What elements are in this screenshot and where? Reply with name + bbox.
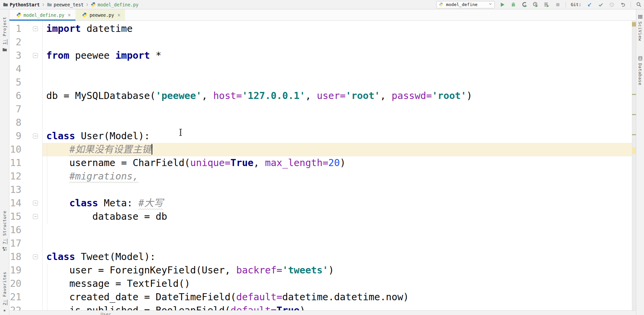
line-number[interactable]: 18 bbox=[9, 250, 21, 264]
project-folder-icon bbox=[2, 47, 7, 52]
code-line[interactable]: username = CharField(unique=True, max_le… bbox=[46, 156, 345, 170]
toolbar-divider bbox=[566, 2, 566, 8]
line-number[interactable]: 4 bbox=[9, 62, 21, 76]
code-token: #migrations, bbox=[69, 171, 139, 182]
line-number[interactable]: 1 bbox=[9, 22, 21, 36]
code-token: passwd= bbox=[392, 90, 432, 101]
line-number[interactable]: 9 bbox=[9, 129, 21, 143]
line-number[interactable]: 20 bbox=[9, 277, 21, 291]
code-token: default= bbox=[230, 305, 276, 310]
line-number[interactable]: 6 bbox=[9, 89, 21, 103]
code-token: import bbox=[46, 23, 81, 34]
line-number[interactable]: 3 bbox=[9, 49, 21, 62]
line-number[interactable]: 16 bbox=[9, 223, 21, 237]
breadcrumb-class[interactable]: User bbox=[101, 312, 111, 315]
code-token: , bbox=[202, 90, 213, 101]
code-line[interactable]: user = ForeignKeyField(User, backref='tw… bbox=[46, 264, 334, 277]
close-icon[interactable]: × bbox=[68, 12, 71, 18]
code-token: 'root' bbox=[345, 90, 380, 101]
line-number[interactable]: 13 bbox=[9, 183, 21, 197]
line-number[interactable]: 17 bbox=[9, 237, 21, 250]
fold-marker[interactable]: − bbox=[33, 254, 38, 259]
code-line[interactable]: from peewee import * bbox=[46, 49, 161, 62]
code-token bbox=[46, 198, 69, 209]
mouse-ibeam-cursor: I bbox=[179, 127, 182, 138]
right-toolwindow-stripe: SciView Database bbox=[636, 9, 644, 315]
code-line[interactable]: #migrations, bbox=[46, 170, 139, 183]
code-token: Tweet(Model): bbox=[75, 251, 156, 262]
rollback-button[interactable] bbox=[620, 1, 626, 8]
line-number[interactable]: 7 bbox=[9, 103, 21, 116]
close-icon[interactable]: × bbox=[117, 12, 120, 18]
code-token: , bbox=[380, 90, 391, 101]
git-update-button[interactable] bbox=[586, 1, 593, 8]
line-number[interactable]: 10 bbox=[9, 143, 21, 156]
python-file-icon bbox=[439, 2, 444, 7]
search-everywhere-icon[interactable] bbox=[635, 1, 642, 8]
tab-model-define[interactable]: model_define.py × bbox=[9, 9, 75, 20]
run-configuration-select[interactable]: model_define bbox=[436, 1, 495, 8]
fold-marker[interactable]: − bbox=[33, 214, 38, 219]
code-token bbox=[46, 171, 69, 182]
toolbar-right-controls: model_define bbox=[436, 1, 642, 8]
breadcrumb-item-project[interactable]: PythonStart bbox=[3, 2, 40, 7]
line-number[interactable]: 5 bbox=[9, 76, 21, 89]
code-line[interactable]: class Tweet(Model): bbox=[46, 250, 156, 264]
line-number[interactable]: 2 bbox=[9, 36, 21, 49]
fold-marker[interactable]: − bbox=[33, 134, 38, 139]
breadcrumb-item-file[interactable]: model_define.py bbox=[91, 2, 139, 7]
coverage-button[interactable] bbox=[521, 1, 528, 8]
fold-marker[interactable]: − bbox=[33, 53, 38, 58]
code-token: database = db bbox=[46, 211, 167, 222]
code-token bbox=[46, 144, 69, 155]
line-number[interactable]: 19 bbox=[9, 264, 21, 277]
code-line[interactable]: message = TextField() bbox=[46, 277, 190, 291]
code-line[interactable]: is_published = BooleanField(default=True… bbox=[46, 304, 305, 310]
sidebar-item-structure[interactable]: 7: Structure bbox=[0, 211, 9, 252]
code-token: import bbox=[115, 50, 150, 61]
code-token: User(Model): bbox=[75, 130, 150, 142]
fold-marker[interactable]: − bbox=[33, 201, 38, 206]
star-icon: ★ bbox=[3, 308, 6, 312]
code-token: ) bbox=[467, 90, 472, 101]
line-number[interactable]: 22 bbox=[9, 304, 21, 310]
sidebar-item-sciview[interactable]: SciView bbox=[636, 14, 644, 41]
line-number[interactable]: 11 bbox=[9, 156, 21, 170]
database-icon bbox=[638, 56, 643, 61]
breadcrumb-item-package[interactable]: peewee_test bbox=[47, 2, 84, 7]
code-line[interactable]: class User(Model): bbox=[46, 129, 150, 143]
code-line[interactable]: import datetime bbox=[46, 22, 132, 36]
sidebar-item-favorites[interactable]: 2: Favorites ★ bbox=[0, 272, 9, 312]
run-with-button[interactable] bbox=[543, 1, 550, 8]
run-button[interactable] bbox=[499, 1, 506, 8]
debug-button[interactable] bbox=[510, 1, 517, 8]
editor-scrollbar[interactable] bbox=[632, 21, 636, 310]
line-number[interactable]: 14 bbox=[9, 197, 21, 210]
sidebar-item-database[interactable]: Database bbox=[636, 56, 644, 86]
line-number[interactable]: 12 bbox=[9, 170, 21, 183]
line-number[interactable]: 15 bbox=[9, 210, 21, 223]
sidebar-item-project[interactable]: 1: Project bbox=[0, 17, 9, 52]
fold-marker[interactable]: − bbox=[33, 26, 38, 31]
code-line[interactable]: database = db bbox=[46, 210, 167, 223]
line-number[interactable]: 21 bbox=[9, 291, 21, 304]
profile-button[interactable] bbox=[532, 1, 539, 8]
code-token: 'root' bbox=[432, 90, 467, 101]
bottom-breadcrumb-bar: User bbox=[9, 310, 636, 315]
code-token: '127.0.0.1' bbox=[242, 90, 305, 101]
code-line[interactable]: class Meta: #大写 bbox=[46, 197, 163, 210]
line-number[interactable]: 8 bbox=[9, 116, 21, 129]
code-line[interactable]: #如果没有设置主键 bbox=[46, 143, 152, 156]
code-editor[interactable]: 1−23−456789−1011121314−15−161718−1920212… bbox=[9, 21, 636, 310]
python-file-icon bbox=[91, 2, 96, 7]
gutter-separator bbox=[42, 21, 43, 310]
tab-peewee[interactable]: peewee.py × bbox=[75, 9, 125, 20]
code-line[interactable]: created_date = DateTimeField(default=dat… bbox=[46, 291, 409, 304]
inspection-status-mark[interactable] bbox=[632, 22, 636, 27]
code-token: backref= bbox=[236, 265, 282, 276]
code-token: class bbox=[46, 130, 75, 142]
code-token: host= bbox=[213, 90, 242, 101]
code-line[interactable]: db = MySQLDatabase('peewee', host='127.0… bbox=[46, 89, 472, 103]
git-commit-button[interactable] bbox=[597, 1, 604, 8]
main-toolbar: PythonStart ❯ peewee_test ❯ model_de bbox=[0, 0, 644, 9]
